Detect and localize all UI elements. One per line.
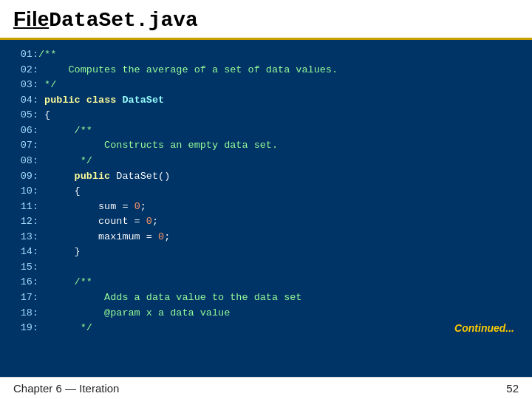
line-number: 18: (12, 306, 38, 321)
line-number: 04: (12, 93, 38, 109)
line-number: 09: (12, 169, 38, 185)
line-number: 16: (12, 275, 38, 290)
line-code: sum = 0; (38, 200, 520, 215)
line-code: maximum = 0; (38, 230, 520, 245)
line-number: 17: (12, 290, 38, 306)
footer-chapter: Chapter 6 — Iteration (13, 382, 119, 395)
title-file: File (13, 7, 49, 31)
line-number: 06: (12, 123, 38, 139)
title-rest: DataSet.java (49, 9, 198, 32)
line-number: 15: (12, 260, 38, 276)
code-line: 01:/** (12, 47, 520, 63)
line-number: 03: (12, 78, 38, 93)
line-number: 08: (12, 154, 38, 169)
line-number: 14: (12, 245, 38, 260)
code-line: 12: count = 0; (12, 214, 520, 230)
line-code: count = 0; (38, 214, 520, 230)
line-number: 13: (12, 230, 38, 245)
code-table: 01:/**02: Computes the average of a set … (12, 47, 520, 336)
page-container: File DataSet.java 01:/**02: Computes the… (0, 0, 532, 399)
code-line: 19: */Continued... (12, 321, 520, 336)
line-code: @param x a data value (38, 306, 520, 321)
code-line: 11: sum = 0; (12, 200, 520, 215)
code-line: 09: public DataSet() (12, 169, 520, 185)
code-area: 01:/**02: Computes the average of a set … (0, 40, 532, 377)
code-line: 03: */ (12, 78, 520, 93)
code-line: 06: /** (12, 123, 520, 139)
line-code: { (38, 184, 520, 200)
line-code: /** (38, 275, 520, 290)
line-code: */Continued... (38, 321, 520, 336)
line-code: public class DataSet (38, 93, 520, 109)
line-code: /** (38, 123, 520, 139)
line-code: /** (38, 47, 520, 63)
footer: Chapter 6 — Iteration 52 (0, 377, 532, 399)
code-line: 05: { (12, 108, 520, 123)
code-line: 07: Constructs an empty data set. (12, 138, 520, 154)
line-number: 10: (12, 184, 38, 200)
code-line: 10: { (12, 184, 520, 200)
line-code: */ (38, 154, 520, 169)
code-line: 04: public class DataSet (12, 93, 520, 109)
line-number: 02: (12, 63, 38, 78)
line-number: 07: (12, 138, 38, 154)
code-line: 18: @param x a data value (12, 306, 520, 321)
code-line: 15: (12, 260, 520, 276)
code-line: 13: maximum = 0; (12, 230, 520, 245)
line-code: Computes the average of a set of data va… (38, 63, 520, 78)
line-number: 05: (12, 108, 38, 123)
code-line: 02: Computes the average of a set of dat… (12, 63, 520, 78)
line-code: Adds a data value to the data set (38, 290, 520, 306)
line-code: */ (38, 78, 520, 93)
continued-label: Continued... (454, 321, 514, 335)
line-number: 12: (12, 214, 38, 230)
footer-page: 52 (506, 382, 519, 395)
line-number: 11: (12, 200, 38, 215)
code-line: 16: /** (12, 275, 520, 290)
code-line: 17: Adds a data value to the data set (12, 290, 520, 306)
code-line: 14: } (12, 245, 520, 260)
code-line: 08: */ (12, 154, 520, 169)
line-code: } (38, 245, 520, 260)
line-code (38, 260, 520, 276)
line-number: 01: (12, 47, 38, 63)
line-code: { (38, 108, 520, 123)
line-code: public DataSet() (38, 169, 520, 185)
title-bar: File DataSet.java (0, 0, 532, 40)
line-number: 19: (12, 321, 38, 336)
line-code: Constructs an empty data set. (38, 138, 520, 154)
